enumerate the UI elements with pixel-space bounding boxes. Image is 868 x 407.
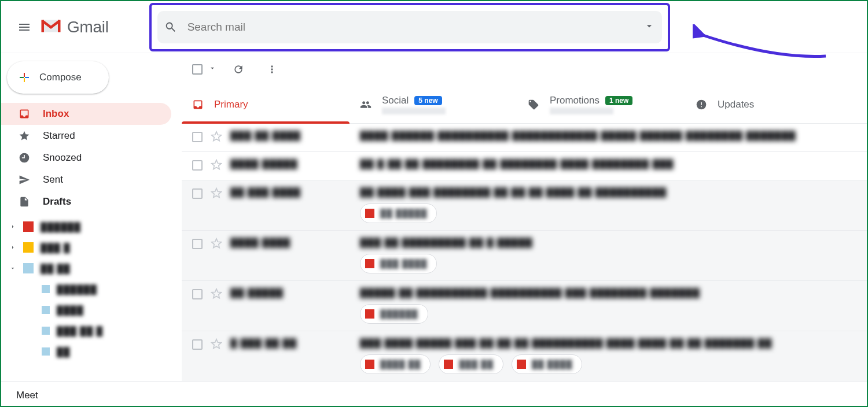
- attachment-label: ███ ██: [459, 360, 493, 369]
- email-sender: ██ █████: [230, 288, 352, 298]
- sidebar-label[interactable]: ██ ██: [1, 258, 182, 279]
- attachments: ██ █████: [360, 204, 859, 223]
- email-subject: ████ ██████ ██████████ ████████████ ████…: [360, 131, 859, 141]
- label-color-swatch: [42, 347, 50, 356]
- attachment-icon: [365, 309, 374, 319]
- select-all-dropdown-icon[interactable]: [208, 64, 216, 75]
- tab-social[interactable]: Social5 new: [350, 86, 517, 123]
- attachment-label: ██████: [380, 309, 418, 319]
- primary-icon: [192, 99, 204, 110]
- label-text: ██ ██: [41, 264, 71, 273]
- social-icon: [360, 99, 372, 110]
- tab-title: Primary: [214, 99, 248, 110]
- attachment-icon: [365, 360, 374, 369]
- attachment-chip[interactable]: ██████: [360, 304, 428, 324]
- email-checkbox[interactable]: [192, 188, 203, 199]
- sidebar-item-sent[interactable]: Sent: [1, 169, 171, 191]
- email-checkbox[interactable]: [192, 239, 203, 249]
- attachment-label: ████ ██: [380, 360, 421, 369]
- attachment-chip[interactable]: ███ ████: [360, 254, 437, 273]
- star-icon[interactable]: [211, 131, 222, 145]
- attachment-icon: [444, 360, 453, 369]
- email-sender: █ ███ ██ ██: [230, 338, 352, 349]
- attachment-chip[interactable]: ██ █████: [360, 204, 437, 223]
- search-input[interactable]: [187, 21, 643, 34]
- sidebar-label[interactable]: ███ ██ █: [1, 320, 182, 341]
- search-bar[interactable]: [157, 11, 662, 43]
- main: Primary Social5 new Promotions1 new Upda…: [182, 53, 867, 406]
- label-color-swatch: [23, 242, 34, 253]
- attachment-chip[interactable]: ████ ██: [360, 354, 431, 374]
- email-checkbox[interactable]: [192, 339, 203, 350]
- attachments: ████ ██ ███ ██ ██ ████: [360, 354, 859, 374]
- select-all-checkbox[interactable]: [192, 64, 203, 75]
- gmail-logo-icon: [41, 18, 61, 36]
- tab-title: Promotions: [550, 95, 599, 106]
- attachments: ██████: [360, 304, 859, 324]
- star-icon[interactable]: [211, 238, 222, 251]
- tab-updates[interactable]: Updates: [685, 86, 853, 123]
- expand-icon[interactable]: [9, 223, 16, 230]
- tab-title: Updates: [718, 99, 754, 110]
- promotions-icon: [528, 99, 539, 110]
- email-checkbox[interactable]: [192, 160, 203, 171]
- attachment-label: ██ ████: [532, 360, 572, 369]
- label-color-swatch: [42, 306, 50, 314]
- clock-icon: [19, 152, 31, 164]
- star-icon[interactable]: [211, 187, 222, 201]
- star-icon[interactable]: [211, 159, 222, 173]
- sidebar-item-label: Snoozed: [43, 152, 82, 164]
- sidebar-item-label: Starred: [43, 130, 75, 142]
- email-list: ███ ██ ████ ████ ██████ ██████████ █████…: [182, 124, 867, 382]
- sidebar-label[interactable]: ██████: [1, 216, 182, 237]
- sidebar-item-label: Inbox: [43, 108, 69, 120]
- star-icon[interactable]: [211, 288, 222, 302]
- more-button[interactable]: [260, 58, 284, 81]
- email-row[interactable]: ██ ███ ████ ██ ████ ███ ████████ ██ ██ █…: [182, 180, 867, 231]
- attachment-label: ██ █████: [380, 209, 427, 218]
- tab-primary[interactable]: Primary: [182, 86, 350, 123]
- sidebar-item-snoozed[interactable]: Snoozed: [1, 147, 171, 169]
- email-sender: ██ ███ ████: [230, 187, 352, 198]
- email-row[interactable]: ███ ██ ████ ████ ██████ ██████████ █████…: [182, 124, 867, 152]
- expand-icon[interactable]: [9, 244, 16, 251]
- compose-plus-icon: [17, 71, 31, 84]
- email-row[interactable]: ████ █████ ██ █ ██ ██ ████████ ██ ██████…: [182, 152, 867, 180]
- search-icon[interactable]: [164, 21, 177, 34]
- sidebar-item-starred[interactable]: Starred: [1, 125, 171, 147]
- attachment-chip[interactable]: ███ ██: [439, 354, 503, 374]
- star-icon[interactable]: [211, 338, 222, 352]
- email-checkbox[interactable]: [192, 289, 203, 299]
- search-options-icon[interactable]: [643, 20, 655, 34]
- gmail-logo[interactable]: Gmail: [41, 18, 109, 36]
- email-row[interactable]: █ ███ ██ ██ ███ ████ █████ ███ ██ ██ ██ …: [182, 331, 867, 382]
- header: Gmail: [1, 1, 867, 53]
- email-subject: ██ ████ ███ ████████ ██ ██ ██ ████ ██ ██…: [360, 187, 859, 198]
- sidebar-item-drafts[interactable]: Drafts: [1, 191, 171, 213]
- email-row[interactable]: ██ █████ █████ ██ ██████████ ██████████ …: [182, 281, 867, 331]
- category-tabs: Primary Social5 new Promotions1 new Upda…: [182, 86, 867, 124]
- attachment-label: ███ ████: [380, 259, 427, 268]
- meet-section-header[interactable]: Meet: [1, 381, 182, 406]
- expand-icon[interactable]: [9, 265, 16, 272]
- sidebar-item-inbox[interactable]: Inbox: [1, 103, 171, 125]
- sidebar-label[interactable]: ███ █: [1, 237, 182, 258]
- tab-subtext: [550, 108, 613, 114]
- tab-badge: 1 new: [605, 96, 632, 105]
- menu-icon[interactable]: [10, 13, 38, 41]
- email-subject: ███ ████ █████ ███ ██ ██ ██ ██████████ █…: [360, 338, 859, 349]
- tab-promotions[interactable]: Promotions1 new: [517, 86, 685, 123]
- sidebar-item-label: Drafts: [43, 196, 71, 208]
- email-subject: █████ ██ ██████████ ██████████ ███ █████…: [360, 288, 859, 298]
- sidebar-label[interactable]: ████: [1, 299, 182, 320]
- compose-button[interactable]: Compose: [7, 61, 109, 94]
- email-checkbox[interactable]: [192, 132, 203, 142]
- label-text: ███ █: [41, 243, 71, 253]
- refresh-button[interactable]: [227, 58, 250, 81]
- sidebar-label[interactable]: ██: [1, 341, 182, 362]
- label-color-swatch: [23, 221, 34, 232]
- attachment-chip[interactable]: ██ ████: [512, 354, 582, 374]
- label-color-swatch: [42, 327, 50, 335]
- sidebar-label[interactable]: ██████: [1, 279, 182, 299]
- email-row[interactable]: ████ ████ ███ ██ █████████ ██ █ █████ ██…: [182, 231, 867, 281]
